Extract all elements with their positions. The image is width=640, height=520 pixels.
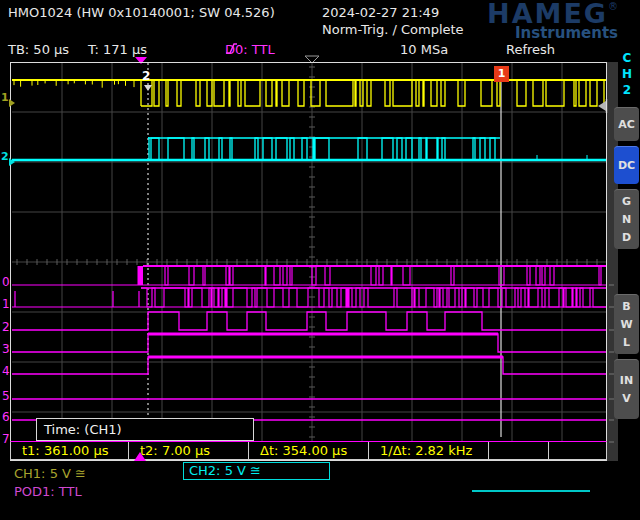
trigger-position-marker-bottom (134, 452, 146, 461)
dc-coupling-icon: ≅ (250, 463, 261, 478)
readout-cell-2: Δt: 354.00 µs (249, 442, 369, 459)
softmenu-title-ch2: CH2 (620, 50, 634, 98)
sidebar-button-inv[interactable]: INV (614, 359, 639, 419)
digital-label-d3: 3 (2, 343, 12, 356)
readout-cell-5 (549, 442, 606, 459)
pod1-info: POD1: TTL (14, 484, 82, 499)
oscilloscope-screen: HMO1024 (HW 0x10140001; SW 04.526) 2024-… (0, 0, 640, 520)
digital-label-d6: 6 (2, 411, 12, 424)
trigger-status: Norm-Trig. / Complete (322, 22, 464, 37)
digital-label-d0: 0 (2, 276, 12, 289)
sidebar-button-dc[interactable]: DC (614, 146, 639, 184)
acquisition-mode: Refresh (506, 42, 555, 57)
right-arrow-icon (9, 158, 15, 166)
ch2-position-marker: 2 (1, 151, 15, 166)
digital-label-d2: 2 (2, 321, 12, 334)
readout-cell-4 (489, 442, 549, 459)
trigger-source-readout: D0: TTL (225, 42, 279, 57)
hameg-logo: HAMEG® Instruments (487, 1, 618, 40)
ch2-scale-info-selected: CH2: 5 V ≅ (183, 462, 330, 480)
sample-rate-readout: 10 MSa (400, 42, 448, 57)
ch1-scale-info: CH1: 5 V ≅ (14, 466, 86, 481)
readout-cell-0: t1: 361.00 µs (11, 442, 129, 459)
readout-cell-1: t2: 7.00 µs (129, 442, 249, 459)
dc-coupling-icon: ≅ (75, 466, 86, 481)
sidebar-button-gnd[interactable]: GND (614, 189, 639, 249)
registered-mark: ® (608, 1, 618, 12)
cursor2-down-arrow-icon (144, 85, 152, 91)
ch1-position-marker: 1 (1, 92, 15, 107)
digital-label-d4: 4 (2, 365, 12, 378)
trigger-source-text: D0: TTL (225, 42, 275, 57)
ch1-scale-text: CH1: 5 V (14, 466, 71, 481)
ch2-scale-text: CH2: 5 V (189, 463, 246, 478)
datetime: 2024-02-27 21:49 (322, 5, 439, 20)
ch2-marker-label: 2 (1, 150, 9, 163)
cursor-readout-bar: t1: 361.00 µst2: 7.00 µsΔt: 354.00 µs1/Δ… (10, 441, 607, 460)
cursor-time-source: Time: (CH1) (36, 418, 254, 441)
readout-cell-3: 1/Δt: 2.82 kHz (369, 442, 489, 459)
ch2-underline (472, 490, 590, 492)
cursor2-label: 2 (142, 69, 150, 83)
right-arrow-icon (9, 99, 15, 107)
timebase-readout: TB: 50 µs (8, 42, 69, 57)
sidebar-button-ac[interactable]: AC (614, 107, 639, 141)
ch1-marker-label: 1 (1, 91, 9, 104)
sidebar-button-bwl[interactable]: BWL (614, 294, 639, 354)
device-model: HMO1024 (HW 0x10140001; SW 04.526) (8, 5, 275, 20)
digital-label-d1: 1 (2, 298, 12, 311)
cursor1-label: 1 (494, 66, 509, 82)
digital-label-d5: 5 (2, 390, 12, 403)
trigger-time-readout: T: 171 µs (88, 42, 147, 57)
